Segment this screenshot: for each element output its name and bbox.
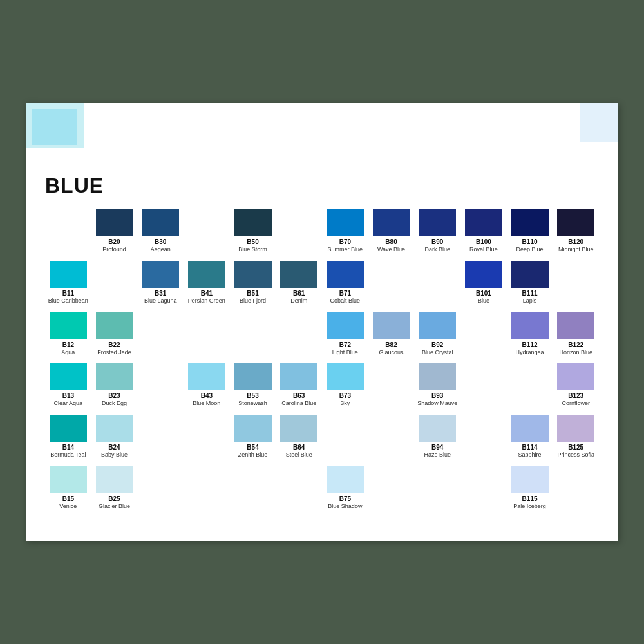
empty-cell [276,209,322,254]
empty-cell [276,466,322,511]
row-4: B14 Bermuda Teal B24 Baby Blue B54 Zenit… [45,415,599,464]
swatch-B50 [234,209,272,236]
empty-cell [137,466,184,511]
swatch-B75 [327,466,364,493]
row-5: B15 Venice B25 Glacier Blue B75 Blue Sha… [45,466,599,515]
color-chart-page: BLUE B20 Profound B30 Aegean [26,103,618,541]
swatch-B13 [50,363,87,390]
swatch-B12 [50,312,87,339]
color-cell-B80: B80 Wave Blue [368,209,415,253]
color-cell-B125: B125 Princess Sofia [553,415,599,459]
swatch-B101 [465,261,502,288]
color-cell-B30: B30 Aegean [137,209,184,253]
corner-decoration-tl [26,103,109,167]
color-cell-B64: B64 Steel Blue [276,415,322,459]
swatch-B100 [465,209,502,236]
swatch-B63 [280,363,317,390]
color-cell-B22: B22 Frosted Jade [91,312,138,356]
empty-cell [137,415,184,460]
swatch-B51 [234,261,272,288]
color-cell-B111: B111 Lapis [507,261,553,305]
swatch-B24 [96,415,133,442]
swatch-B25 [96,466,133,493]
swatch-B31 [142,261,179,288]
color-cell-B15: B15 Venice [45,466,91,510]
color-cell-B63: B63 Carolina Blue [276,363,322,407]
color-cell-B43: B43 Blue Moon [184,363,230,407]
color-cell-B50: B50 Blue Storm [230,209,276,253]
empty-cell [460,466,507,511]
swatch-B120 [557,209,594,236]
color-cell-B70: B70 Summer Blue [322,209,368,253]
color-cell-B12: B12 Aqua [45,312,91,356]
color-cell-B61: B61 Denim [276,261,322,305]
page-title: BLUE [45,174,599,198]
swatch-B123 [557,363,594,390]
color-cell-B24: B24 Baby Blue [91,415,138,459]
row-0: B20 Profound B30 Aegean B50 Blue Storm [45,209,599,258]
swatch-B11 [50,261,87,288]
color-cell-B92: B92 Blue Crystal [414,312,460,356]
empty-cell [368,363,415,408]
swatch-B72 [327,312,364,339]
color-cell-B100: B100 Royal Blue [460,209,507,253]
empty-cell [184,415,230,460]
swatch-B23 [96,363,133,390]
swatch-B20 [96,209,133,236]
color-cell-B101: B101 Blue [460,261,507,305]
empty-cell [230,466,276,511]
empty-cell [91,261,138,306]
swatch-B53 [234,363,272,390]
empty-cell [184,312,230,357]
row-1: B11 Blue Caribbean B31 Blue Laguna B41 P… [45,261,599,310]
swatch-B22 [96,312,133,339]
swatch-B41 [188,261,225,288]
swatch-B80 [373,209,410,236]
empty-cell [507,363,553,408]
empty-cell [45,209,91,254]
swatch-B61 [280,261,317,288]
swatch-B122 [557,312,594,339]
row-2: B12 Aqua B22 Frosted Jade B72 Light Blue [45,312,599,361]
swatch-B115 [511,466,549,493]
swatch-B14 [50,415,87,442]
empty-cell [230,312,276,357]
color-grid-container: B20 Profound B30 Aegean B50 Blue Storm [45,209,599,515]
swatch-B114 [511,415,549,442]
swatch-B112 [511,312,549,339]
color-cell-B123: B123 Cornflower [553,363,599,407]
swatch-B71 [327,261,364,288]
empty-cell [460,312,507,357]
color-cell-B94: B94 Haze Blue [414,415,460,459]
swatch-B94 [419,415,456,442]
svg-rect-1 [32,109,77,145]
swatch-B15 [50,466,87,493]
color-cell-B122: B122 Horizon Blue [553,312,599,356]
swatch-B54 [234,415,272,442]
empty-cell [368,415,415,460]
color-cell-B72: B72 Light Blue [322,312,368,356]
swatch-B64 [280,415,317,442]
swatch-B30 [142,209,179,236]
empty-cell [368,466,415,511]
color-cell-B93: B93 Shadow Mauve [414,363,460,407]
empty-cell [276,312,322,357]
color-cell-B25: B25 Glacier Blue [91,466,138,510]
empty-cell [414,466,460,511]
color-cell-B11: B11 Blue Caribbean [45,261,91,305]
color-cell-B110: B110 Deep Blue [507,209,553,253]
color-cell-B23: B23 Duck Egg [91,363,138,407]
empty-cell [184,209,230,254]
swatch-B90 [419,209,456,236]
empty-cell [137,312,184,357]
empty-cell [368,261,415,306]
color-cell-B75: B75 Blue Shadow [322,466,368,510]
swatch-B73 [327,363,364,390]
empty-cell [460,363,507,408]
swatch-B125 [557,415,594,442]
empty-cell [553,466,599,511]
color-cell-B53: B53 Stonewash [230,363,276,407]
color-cell-B115: B115 Pale Iceberg [507,466,553,510]
swatch-B93 [419,363,456,390]
color-cell-B51: B51 Blue Fjord [230,261,276,305]
